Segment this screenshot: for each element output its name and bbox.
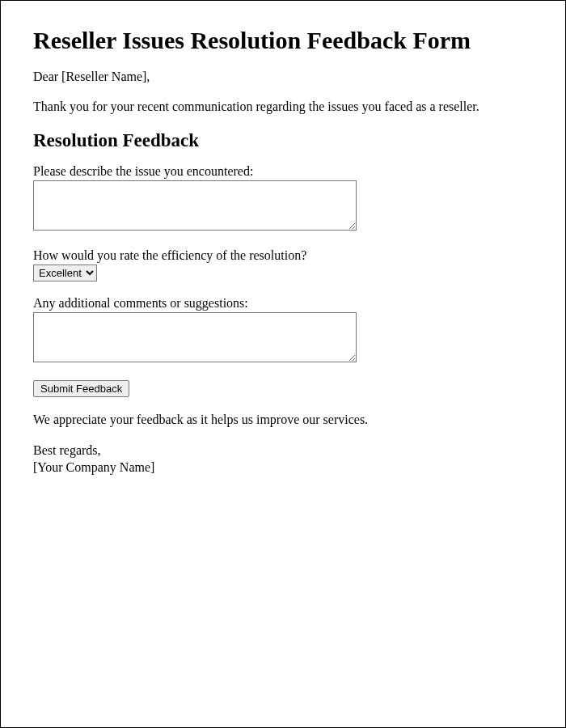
intro-text: Thank you for your recent communication … bbox=[33, 99, 533, 116]
page-container: Reseller Issues Resolution Feedback Form… bbox=[0, 0, 566, 728]
closing-regards: Best regards, bbox=[33, 442, 533, 459]
greeting-text: Dear [Reseller Name], bbox=[33, 69, 533, 86]
submit-group: Submit Feedback bbox=[33, 380, 533, 397]
issue-label: Please describe the issue you encountere… bbox=[33, 164, 533, 179]
comments-field-group: Any additional comments or suggestions: bbox=[33, 296, 533, 366]
issue-field-group: Please describe the issue you encountere… bbox=[33, 164, 533, 234]
comments-label: Any additional comments or suggestions: bbox=[33, 296, 533, 311]
appreciation-text: We appreciate your feedback as it helps … bbox=[33, 412, 533, 429]
rating-select[interactable]: Excellent bbox=[33, 265, 97, 281]
submit-button[interactable]: Submit Feedback bbox=[33, 380, 129, 397]
section-heading: Resolution Feedback bbox=[33, 130, 533, 151]
issue-textarea[interactable] bbox=[33, 180, 357, 231]
closing-block: Best regards, [Your Company Name] bbox=[33, 442, 533, 476]
rating-field-group: How would you rate the efficiency of the… bbox=[33, 248, 533, 281]
closing-company: [Your Company Name] bbox=[33, 459, 533, 476]
rating-label: How would you rate the efficiency of the… bbox=[33, 248, 533, 263]
page-title: Reseller Issues Resolution Feedback Form bbox=[33, 27, 533, 54]
comments-textarea[interactable] bbox=[33, 312, 357, 362]
